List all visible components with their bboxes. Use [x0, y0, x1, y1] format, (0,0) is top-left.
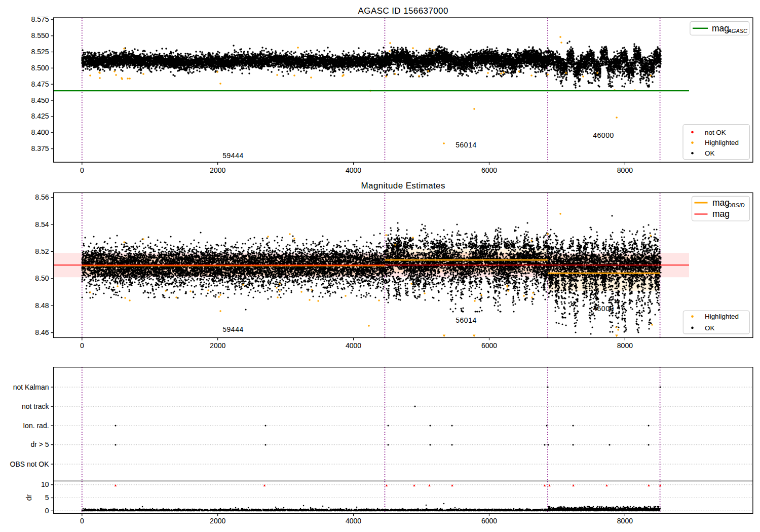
svg-text:0: 0 — [80, 341, 84, 350]
svg-text:not OK: not OK — [705, 129, 726, 136]
svg-text:Ion. rad.: Ion. rad. — [23, 422, 49, 430]
svg-text:8.52: 8.52 — [35, 247, 49, 255]
svg-text:8.400: 8.400 — [31, 128, 49, 136]
svg-text:mag: mag — [712, 209, 730, 219]
svg-text:8.550: 8.550 — [31, 31, 49, 40]
svg-text:2000: 2000 — [210, 166, 225, 174]
svg-text:dr > 5: dr > 5 — [30, 440, 49, 448]
svg-text:Highlighted: Highlighted — [705, 313, 739, 320]
svg-text:2000: 2000 — [210, 517, 225, 525]
svg-text:OK: OK — [705, 149, 714, 157]
svg-text:8.575: 8.575 — [31, 15, 49, 23]
svg-text:8.375: 8.375 — [31, 144, 49, 153]
svg-text:8.46: 8.46 — [35, 328, 49, 336]
svg-text:AGASC ID 156637000: AGASC ID 156637000 — [358, 6, 448, 16]
svg-text:56014: 56014 — [455, 316, 476, 324]
svg-text:8.56: 8.56 — [35, 193, 49, 201]
svg-text:4000: 4000 — [346, 341, 361, 350]
svg-text:AGASC: AGASC — [728, 28, 748, 34]
svg-text:8.425: 8.425 — [31, 112, 49, 120]
svg-text:Highlighted: Highlighted — [705, 139, 739, 146]
svg-text:0: 0 — [45, 507, 49, 515]
svg-text:mag: mag — [712, 23, 729, 33]
svg-text:Magnitude Estimates: Magnitude Estimates — [361, 181, 445, 191]
svg-text:8.50: 8.50 — [35, 274, 49, 282]
svg-text:OBS not OK: OBS not OK — [10, 460, 50, 468]
svg-text:6000: 6000 — [481, 517, 497, 525]
svg-text:not track: not track — [22, 402, 50, 410]
svg-text:4000: 4000 — [346, 517, 361, 525]
svg-text:8000: 8000 — [617, 341, 633, 350]
svg-text:5: 5 — [45, 493, 49, 502]
svg-text:2000: 2000 — [210, 341, 225, 350]
svg-text:not Kalman: not Kalman — [13, 383, 49, 391]
svg-text:46000: 46000 — [593, 131, 614, 139]
svg-text:8.450: 8.450 — [31, 96, 49, 104]
svg-text:OK: OK — [705, 324, 714, 332]
svg-text:4000: 4000 — [346, 166, 361, 174]
svg-text:OBSID: OBSID — [728, 202, 745, 208]
svg-text:56014: 56014 — [455, 141, 476, 149]
svg-text:8.525: 8.525 — [31, 48, 49, 56]
svg-text:46000: 46000 — [593, 305, 614, 313]
svg-text:8.54: 8.54 — [35, 220, 49, 229]
svg-text:0: 0 — [80, 166, 84, 174]
svg-text:10: 10 — [41, 480, 49, 488]
svg-text:8000: 8000 — [617, 166, 633, 174]
svg-text:8.475: 8.475 — [31, 80, 49, 88]
svg-text:59444: 59444 — [222, 325, 243, 333]
svg-text:6000: 6000 — [481, 341, 497, 350]
svg-text:dr: dr — [25, 494, 33, 501]
svg-text:6000: 6000 — [481, 166, 497, 174]
svg-text:59444: 59444 — [222, 151, 243, 160]
svg-text:0: 0 — [80, 517, 84, 525]
svg-text:8.500: 8.500 — [31, 64, 49, 72]
svg-text:8.48: 8.48 — [35, 301, 49, 310]
svg-text:8000: 8000 — [617, 517, 633, 525]
